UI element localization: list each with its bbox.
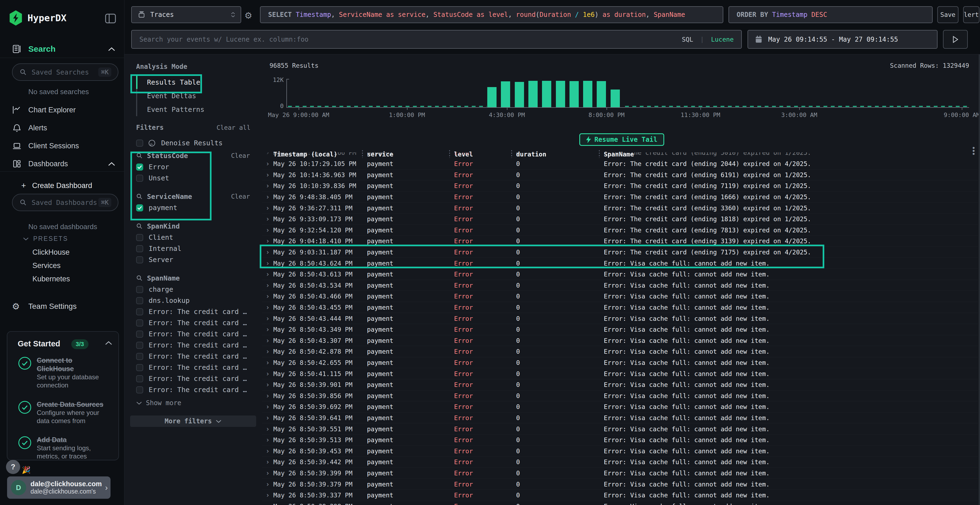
table-row[interactable]: ›May 26 8:50:39.399 PMpaymentError0Error… [262,468,978,479]
table-row[interactable]: ›May 26 9:36:27.311 PMpaymentError0Error… [262,202,978,214]
row-expand-chevron-icon[interactable]: › [266,302,269,313]
checkbox-unchecked[interactable] [136,386,143,394]
filter-option[interactable]: Internal [136,243,256,254]
checkbox-unchecked[interactable] [136,353,143,360]
table-row[interactable]: ›May 26 10:17:29.105 PMpaymentError0Erro… [262,158,978,170]
row-expand-chevron-icon[interactable]: › [266,423,269,435]
clear-filter-link[interactable]: Clear [231,152,250,159]
row-expand-chevron-icon[interactable]: › [266,291,269,302]
filter-option[interactable]: Unset [136,173,256,184]
histogram-bar[interactable] [570,81,579,107]
table-row[interactable]: ›May 26 9:03:31.187 PMpaymentError0Error… [262,247,978,258]
filter-option[interactable]: Error: The credit card … [136,340,256,351]
row-expand-chevron-icon[interactable]: › [266,269,269,280]
histogram-bar[interactable] [542,81,551,107]
date-range-picker[interactable]: May 26 09:14:55 - May 27 09:14:55 [748,30,937,49]
table-row[interactable]: ›May 26 9:33:09.173 PMpaymentError0Error… [262,214,978,225]
table-row[interactable]: ›May 26 8:50:43.455 PMpaymentError0Error… [262,302,978,313]
histogram-bar[interactable] [556,81,565,107]
row-expand-chevron-icon[interactable]: › [266,346,269,357]
histogram-bar[interactable] [611,89,620,107]
row-expand-chevron-icon[interactable]: › [266,214,269,225]
checkbox-unchecked[interactable] [136,330,143,338]
table-row[interactable]: ›May 26 8:50:42.878 PMpaymentError0Error… [262,346,978,357]
chevron-up-icon[interactable] [105,341,113,346]
alerts-button[interactable]: Alerts [963,6,980,23]
table-row[interactable]: ›May 26 8:50:39.901 PMpaymentError0Error… [262,379,978,391]
row-expand-chevron-icon[interactable]: › [266,192,269,203]
table-row[interactable]: ›May 26 8:50:39.442 PMpaymentError0Error… [262,457,978,468]
user-account-chip[interactable]: D dale@clickhouse.com dale@clickhouse.co… [7,476,111,499]
row-expand-chevron-icon[interactable]: › [266,446,269,457]
table-row[interactable]: ›May 26 8:50:39.337 PMpaymentError0Error… [262,490,978,501]
table-row[interactable]: ›May 26 8:50:43.444 PMpaymentError0Error… [262,313,978,324]
row-expand-chevron-icon[interactable]: › [266,236,269,247]
table-row[interactable]: ›May 26 8:50:39.298 PMpaymentError0Error… [262,501,978,505]
sidebar-item-search[interactable]: Search [0,41,124,57]
histogram-bar[interactable] [528,81,538,107]
saved-searches-input[interactable]: Saved Searches ⌘K [12,64,118,81]
sql-toggle[interactable]: SQL [682,36,694,43]
table-row[interactable]: ›May 26 8:50:43.613 PMpaymentError0Error… [262,269,978,280]
clear-filter-link[interactable]: Clear [231,193,250,200]
preset-kubernetes[interactable]: Kubernetes [32,275,70,283]
sidebar-item-alerts[interactable]: Alerts [0,120,124,135]
row-expand-chevron-icon[interactable]: › [266,180,269,192]
row-expand-chevron-icon[interactable]: › [266,158,269,170]
save-button[interactable]: Save [937,6,958,23]
table-row[interactable]: ›May 26 8:50:39.856 PMpaymentError0Error… [262,391,978,402]
vertical-scrollbar[interactable] [978,54,980,505]
row-expand-chevron-icon[interactable]: › [266,357,269,368]
filter-option[interactable]: Error: The credit card … [136,362,256,373]
table-row[interactable]: ›May 26 8:50:43.624 PMpaymentError0Error… [262,258,978,269]
lucene-search-input[interactable]: Search your events w/ Lucene ex. column:… [131,30,742,49]
partial-table-row[interactable]: ›May 26 10:18:51.166 PMpaymentError0Erro… [262,152,978,158]
row-expand-chevron-icon[interactable]: › [266,413,269,424]
table-row[interactable]: ›May 26 8:50:43.534 PMpaymentError0Error… [262,280,978,291]
presets-toggle[interactable]: PRESETS [23,235,68,243]
preset-services[interactable]: Services [32,262,61,270]
histogram-bar[interactable] [487,87,496,107]
filter-option[interactable]: Error: The credit card … [136,384,256,395]
row-expand-chevron-icon[interactable]: › [266,225,269,236]
clear-all-link[interactable]: Clear all [216,124,250,131]
table-row[interactable]: ›May 26 8:50:43.466 PMpaymentError0Error… [262,291,978,302]
source-settings-gear-icon[interactable]: ⚙ [245,10,252,21]
filter-option[interactable]: Client [136,232,256,243]
checkbox-unchecked[interactable] [136,364,143,371]
checkbox-unchecked[interactable] [136,256,143,264]
saved-dashboards-input[interactable]: Saved Dashboards ⌘K [12,194,118,211]
collapse-sidebar-icon[interactable] [105,14,116,24]
table-row[interactable]: ›May 26 9:32:54.120 PMpaymentError0Error… [262,225,978,236]
checkbox-unchecked[interactable] [136,342,143,349]
lucene-toggle[interactable]: Lucene [711,36,733,43]
row-expand-chevron-icon[interactable]: › [266,313,269,324]
table-row[interactable]: ›May 26 8:50:39.692 PMpaymentError0Error… [262,401,978,413]
row-expand-chevron-icon[interactable]: › [266,401,269,413]
filter-option[interactable]: Error: The credit card … [136,306,256,317]
table-row[interactable]: ›May 26 8:50:43.349 PMpaymentError0Error… [262,324,978,335]
row-expand-chevron-icon[interactable]: › [266,202,269,214]
row-expand-chevron-icon[interactable]: › [266,468,269,479]
sidebar-item-team-settings[interactable]: ⚙ Team Settings [0,299,124,314]
show-more-link[interactable]: Show more [136,399,181,407]
table-row[interactable]: ›May 26 8:50:39.453 PMpaymentError0Error… [262,446,978,457]
language-toggle[interactable]: SQL | Lucene [682,36,733,43]
table-row[interactable]: ›May 26 8:50:39.641 PMpaymentError0Error… [262,413,978,424]
help-button[interactable]: ? [6,460,20,474]
run-query-button[interactable] [943,30,968,49]
filter-option[interactable]: payment [136,202,256,213]
filter-option[interactable]: Server [136,254,256,265]
filter-option[interactable]: Error: The credit card … [136,317,256,329]
checkbox-unchecked[interactable] [136,297,143,304]
row-expand-chevron-icon[interactable]: › [266,258,269,269]
checkbox-checked[interactable] [136,164,143,171]
row-expand-chevron-icon[interactable]: › [266,280,269,291]
get-started-step[interactable]: Create Data Sources Configure where your… [18,400,113,425]
histogram-bar[interactable] [583,81,592,107]
get-started-step[interactable]: Connect to ClickHouse Set up your databa… [18,356,113,389]
histogram-bar[interactable] [597,81,606,107]
get-started-step[interactable]: Add Data Start sending logs, metrics, or… [18,436,113,461]
table-row[interactable]: ›May 26 8:50:41.115 PMpaymentError0Error… [262,368,978,379]
sql-select-editor[interactable]: SELECT Timestamp, ServiceName as service… [260,6,723,23]
